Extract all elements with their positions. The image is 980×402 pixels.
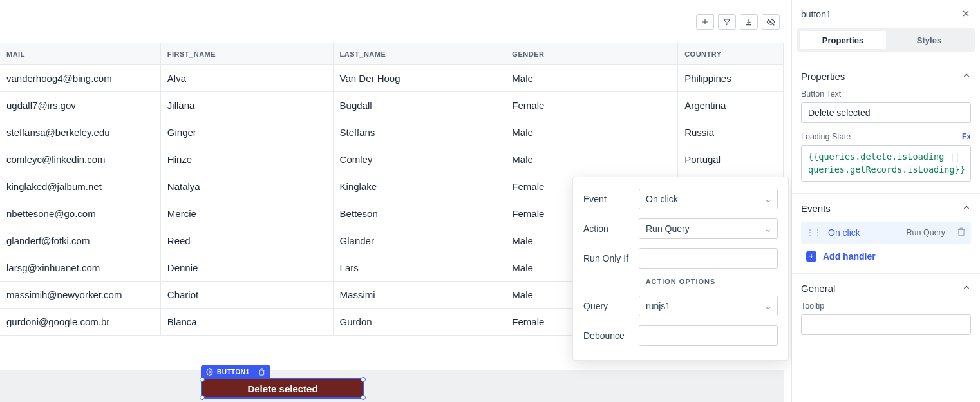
cell-last-name[interactable]: Gurdon (334, 309, 506, 336)
table-row[interactable]: vanderhoog4@bing.comAlvaVan Der HoogMale… (0, 65, 784, 92)
event-select-value: On click (646, 194, 678, 204)
cell-gender[interactable]: Female (505, 92, 678, 119)
plus-icon: + (806, 251, 816, 262)
general-section-title: General (801, 283, 835, 294)
button-text-input[interactable]: Delete selected (801, 102, 971, 123)
inspector-tabs: Properties Styles (797, 28, 975, 52)
delete-selected-button[interactable]: Delete selected (201, 378, 364, 399)
cell-last-name[interactable]: Comley (334, 146, 506, 173)
cell-first-name[interactable]: Alva (161, 65, 334, 92)
widget-header[interactable]: BUTTON1 (201, 365, 270, 378)
chevron-up-icon[interactable] (962, 283, 971, 294)
cell-last-name[interactable]: Lars (334, 254, 506, 282)
hide-button[interactable] (762, 14, 780, 30)
cell-last-name[interactable]: Betteson (334, 200, 506, 227)
cell-first-name[interactable]: Hinze (161, 146, 334, 173)
column-header-country[interactable]: COUNTRY (678, 43, 784, 65)
table-row[interactable]: steffansa@berkeley.eduGingerSteffansMale… (0, 119, 784, 146)
debounce-input[interactable] (639, 325, 778, 346)
resize-handle[interactable] (361, 377, 366, 382)
column-header-mail[interactable]: MAIL (0, 43, 161, 65)
properties-section-title: Properties (801, 71, 845, 82)
tab-styles[interactable]: Styles (886, 31, 972, 49)
cell-last-name[interactable]: Bugdall (334, 92, 506, 119)
loading-state-input[interactable]: {{queries.delete.isLoading || queries.ge… (801, 145, 971, 182)
cell-first-name[interactable]: Blanca (161, 309, 334, 336)
tab-properties[interactable]: Properties (800, 31, 886, 49)
properties-section: Properties Button Text Delete selected L… (792, 62, 980, 194)
cell-email[interactable]: glanderf@fotki.com (0, 227, 161, 254)
resize-handle[interactable] (361, 395, 366, 400)
button-label: Delete selected (247, 383, 317, 394)
cell-email[interactable]: steffansa@berkeley.edu (0, 119, 161, 146)
action-label: Action (583, 224, 639, 234)
filter-button[interactable] (718, 14, 736, 30)
column-header-first-name[interactable]: FIRST_NAME (161, 43, 334, 65)
cell-gender[interactable]: Male (505, 146, 678, 173)
cell-gender[interactable]: Male (505, 65, 678, 92)
add-handler-button[interactable]: + Add handler (801, 251, 971, 262)
chevron-up-icon[interactable] (962, 71, 971, 82)
cell-gender[interactable]: Male (505, 119, 678, 146)
selected-widget: BUTTON1 Delete selected (201, 378, 364, 399)
action-select-value: Run Query (646, 224, 690, 234)
add-button[interactable] (696, 14, 714, 30)
cell-country[interactable]: Portugal (678, 146, 784, 173)
cell-first-name[interactable]: Ginger (161, 119, 334, 146)
drag-handle-icon[interactable]: ⋮⋮ (806, 228, 822, 237)
canvas-footer (0, 370, 784, 402)
divider (722, 282, 778, 282)
inspector-panel: button1 Properties Styles Properties But… (792, 0, 980, 402)
resize-handle[interactable] (200, 395, 205, 400)
cell-last-name[interactable]: Steffans (334, 119, 506, 146)
cell-first-name[interactable]: Chariot (161, 282, 334, 309)
trash-icon[interactable] (258, 368, 265, 376)
cell-email[interactable]: nbettesone@go.com (0, 200, 161, 227)
table-row[interactable]: ugdall7@irs.govJillanaBugdallFemaleArgen… (0, 92, 784, 119)
download-icon (744, 17, 753, 26)
svg-point-0 (209, 371, 211, 373)
column-header-last-name[interactable]: LAST_NAME (334, 43, 506, 65)
download-button[interactable] (740, 14, 758, 30)
fx-toggle[interactable]: Fx (962, 132, 971, 141)
run-only-if-label: Run Only If (583, 253, 639, 263)
cell-last-name[interactable]: Van Der Hoog (334, 65, 506, 92)
cell-email[interactable]: larsg@xinhuanet.com (0, 254, 161, 282)
button-text-label: Button Text (801, 90, 971, 99)
chevron-up-icon[interactable] (962, 203, 971, 214)
gear-icon (206, 368, 213, 376)
run-only-if-input[interactable] (639, 248, 778, 269)
table-row[interactable]: comleyc@linkedin.comHinzeComleyMalePortu… (0, 146, 784, 173)
cell-country[interactable]: Philippines (678, 65, 784, 92)
tooltip-input[interactable] (801, 314, 971, 335)
event-label: Event (583, 194, 639, 204)
cell-email[interactable]: ugdall7@irs.gov (0, 92, 161, 119)
cell-email[interactable]: kinglaked@jalbum.net (0, 173, 161, 200)
event-select[interactable]: On click ⌄ (639, 189, 778, 209)
cell-last-name[interactable]: Kinglake (334, 173, 506, 200)
cell-first-name[interactable]: Mercie (161, 200, 334, 227)
cell-email[interactable]: comleyc@linkedin.com (0, 146, 161, 173)
action-select[interactable]: Run Query ⌄ (639, 218, 778, 239)
cell-email[interactable]: gurdoni@google.com.br (0, 309, 161, 336)
query-select[interactable]: runjs1 ⌄ (639, 296, 778, 316)
cell-last-name[interactable]: Massimi (334, 282, 506, 309)
cell-email[interactable]: vanderhoog4@bing.com (0, 65, 161, 92)
cell-country[interactable]: Russia (678, 119, 784, 146)
cell-country[interactable]: Argentina (678, 92, 784, 119)
resize-handle[interactable] (200, 377, 205, 382)
cell-first-name[interactable]: Jillana (161, 92, 334, 119)
delete-event-button[interactable] (957, 227, 966, 238)
cell-first-name[interactable]: Natalya (161, 173, 334, 200)
cell-email[interactable]: massimih@newyorker.com (0, 282, 161, 309)
column-header-gender[interactable]: GENDER (505, 43, 678, 65)
event-item[interactable]: ⋮⋮ On click Run Query (801, 222, 971, 244)
events-section-title: Events (801, 203, 831, 214)
query-select-value: runjs1 (646, 301, 670, 311)
close-button[interactable] (961, 8, 971, 21)
eye-off-icon (766, 17, 775, 26)
cell-first-name[interactable]: Reed (161, 227, 334, 254)
cell-last-name[interactable]: Glander (334, 227, 506, 254)
add-handler-label: Add handler (823, 251, 876, 262)
cell-first-name[interactable]: Dennie (161, 254, 334, 282)
